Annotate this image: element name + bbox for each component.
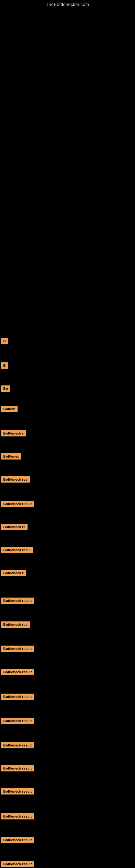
list-item: B xyxy=(1,362,8,369)
list-item: Bottleneck result xyxy=(1,669,34,675)
list-item: Bottleneck result xyxy=(1,765,34,771)
list-item: Bottlenec xyxy=(1,453,21,460)
list-item: Bottlen xyxy=(1,406,17,412)
list-item: Bottleneck r xyxy=(1,430,26,436)
list-item: Bottleneck result xyxy=(1,501,34,507)
list-item: Bottleneck res xyxy=(1,476,30,483)
list-item: Bottleneck res xyxy=(1,621,30,628)
list-item: Bottleneck re xyxy=(1,524,28,530)
list-item: Bottleneck result xyxy=(1,693,34,700)
list-item: Bottleneck r xyxy=(1,570,26,576)
list-item: Bottleneck result xyxy=(1,646,34,652)
site-title: TheBottlenecker.com xyxy=(0,0,135,7)
list-item: Bottleneck result xyxy=(1,718,34,724)
list-item: Bottleneck result xyxy=(1,788,34,795)
list-item: Bottleneck result xyxy=(1,597,34,604)
list-item: Bottleneck result xyxy=(1,837,34,843)
list-item: Bottleneck result xyxy=(1,742,34,748)
list-item: Bottleneck result xyxy=(1,861,34,867)
list-item: B xyxy=(1,338,8,344)
list-item: Bottleneck result xyxy=(1,813,34,819)
list-item: Bo xyxy=(1,385,10,392)
list-item: Bottleneck resul xyxy=(1,547,33,553)
